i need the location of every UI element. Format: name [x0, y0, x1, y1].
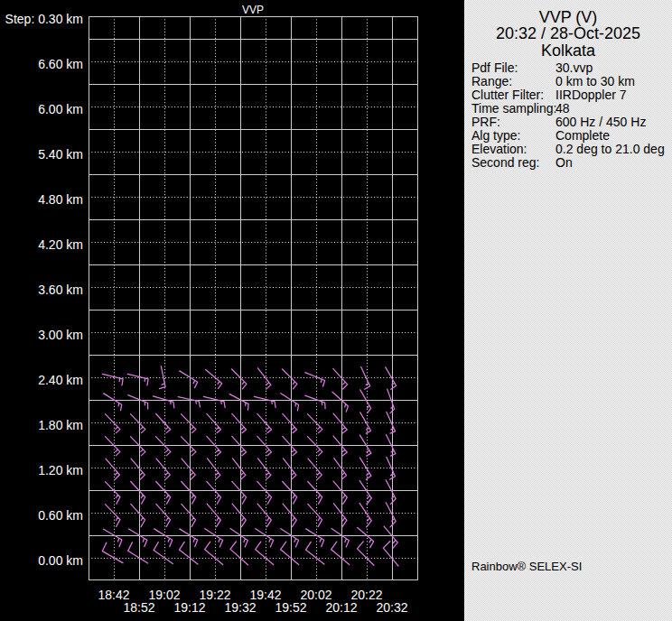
svg-text:19:32: 19:32 — [224, 600, 256, 615]
svg-text:VVP: VVP — [242, 4, 264, 16]
svg-text:1.80 km: 1.80 km — [38, 418, 83, 432]
svg-text:20:12: 20:12 — [325, 600, 357, 615]
svg-text:Complete: Complete — [555, 128, 610, 143]
svg-text:20:32 / 28-Oct-2025: 20:32 / 28-Oct-2025 — [496, 24, 640, 42]
svg-text:4.20 km: 4.20 km — [38, 237, 83, 252]
svg-text:Time sampling:: Time sampling: — [471, 101, 556, 116]
svg-text:6.60 km: 6.60 km — [38, 57, 83, 71]
svg-text:Second reg:: Second reg: — [471, 155, 540, 170]
svg-text:2.40 km: 2.40 km — [38, 373, 83, 387]
svg-text:VVP (V): VVP (V) — [539, 8, 598, 26]
svg-text:PRF:: PRF: — [471, 115, 500, 129]
svg-text:19:52: 19:52 — [275, 600, 306, 615]
svg-text:5.40 km: 5.40 km — [38, 147, 83, 162]
svg-text:4.80 km: 4.80 km — [38, 192, 83, 207]
svg-text:On: On — [555, 155, 573, 170]
svg-text:Clutter Filter:: Clutter Filter: — [471, 88, 544, 102]
svg-text:0.2 deg to 21.0 deg: 0.2 deg to 21.0 deg — [555, 142, 665, 156]
svg-text:Alg type:: Alg type: — [471, 128, 520, 143]
svg-text:3.00 km: 3.00 km — [38, 328, 83, 342]
svg-text:48: 48 — [555, 101, 570, 116]
svg-text:18:52: 18:52 — [123, 600, 154, 615]
svg-text:Pdf File:: Pdf File: — [471, 60, 518, 75]
svg-text:1.20 km: 1.20 km — [38, 463, 83, 477]
svg-text:Kolkata: Kolkata — [541, 42, 596, 60]
svg-text:IIRDoppler 7: IIRDoppler 7 — [555, 88, 627, 102]
svg-text:20:32: 20:32 — [376, 600, 407, 615]
svg-text:0 km to 30 km: 0 km to 30 km — [555, 74, 635, 88]
svg-text:Step: 0.30 km: Step: 0.30 km — [5, 12, 83, 26]
svg-text:19:12: 19:12 — [173, 600, 205, 615]
svg-text:0.00 km: 0.00 km — [38, 553, 83, 568]
svg-text:Rainbow® SELEX-SI: Rainbow® SELEX-SI — [471, 560, 582, 573]
svg-text:3.60 km: 3.60 km — [38, 283, 83, 297]
svg-text:0.60 km: 0.60 km — [38, 508, 83, 523]
svg-text:Elevation:: Elevation: — [471, 142, 527, 156]
svg-text:Range:: Range: — [471, 74, 512, 88]
svg-text:600 Hz / 450 Hz: 600 Hz / 450 Hz — [555, 115, 646, 129]
svg-text:30.vvp: 30.vvp — [555, 60, 593, 75]
svg-text:6.00 km: 6.00 km — [38, 102, 83, 116]
